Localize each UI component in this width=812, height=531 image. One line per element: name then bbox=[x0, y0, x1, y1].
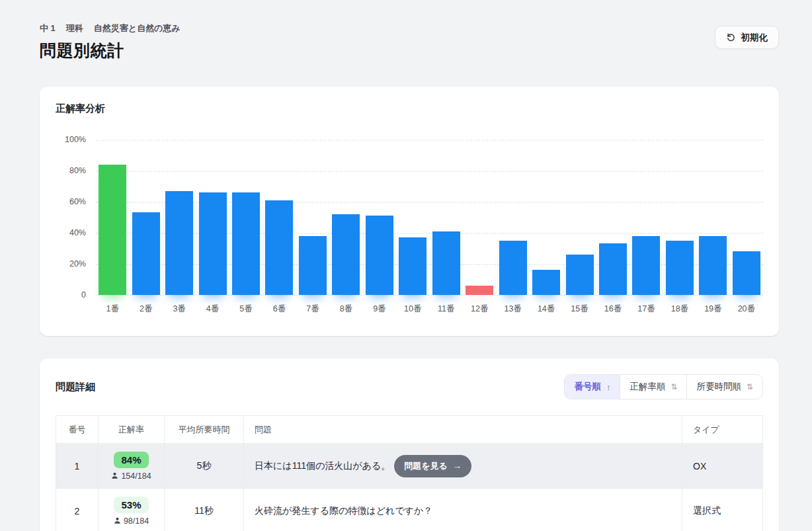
chart-x-axis: 1番2番3番4番5番6番7番8番9番10番11番12番13番14番15番16番1… bbox=[96, 304, 763, 315]
page-title: 問題別統計 bbox=[40, 40, 181, 61]
breadcrumb-item-2: 理科 bbox=[66, 22, 83, 34]
bar-slot-6番 bbox=[263, 140, 296, 295]
bar-slot-14番 bbox=[530, 140, 563, 295]
x-axis-label-4番: 4番 bbox=[196, 304, 229, 315]
bar-20番[interactable] bbox=[733, 251, 760, 295]
table-title: 問題詳細 bbox=[56, 381, 95, 393]
sort-button-1[interactable]: 番号順↑ bbox=[565, 375, 620, 399]
sort-button-3[interactable]: 所要時間順⇅ bbox=[686, 375, 762, 399]
x-axis-label-11番: 11番 bbox=[430, 304, 463, 315]
question-text: 火砕流が発生する際の特徴はどれですか？ bbox=[255, 505, 432, 517]
respondent-count: 154/184 bbox=[101, 471, 161, 481]
x-axis-label-8番: 8番 bbox=[329, 304, 362, 315]
chart-title: 正解率分析 bbox=[56, 102, 763, 115]
x-axis-label-1番: 1番 bbox=[96, 304, 129, 315]
bar-19番[interactable] bbox=[699, 236, 727, 295]
respondent-count-value: 154/184 bbox=[121, 471, 151, 481]
question-details-card: 問題詳細 番号順↑正解率順⇅所要時間順⇅ 番号正解率平均所要時間問題タイプ 18… bbox=[40, 358, 779, 531]
rate-badge: 53% bbox=[114, 497, 148, 513]
bar-5番[interactable] bbox=[232, 192, 260, 295]
cell-number: 1 bbox=[56, 444, 99, 489]
question-text: 日本には111個の活火山がある。 bbox=[255, 460, 390, 472]
bar-16番[interactable] bbox=[599, 243, 627, 295]
reset-button-label: 初期化 bbox=[741, 32, 768, 44]
sort-control: 番号順↑正解率順⇅所要時間順⇅ bbox=[564, 374, 763, 399]
x-axis-label-16番: 16番 bbox=[596, 304, 629, 315]
page-content: 中 1理科自然災害と自然の恵み 問題別統計 初期化 正解率分析 100%80%6… bbox=[40, 0, 779, 531]
bar-7番[interactable] bbox=[299, 236, 327, 295]
bar-slot-10番 bbox=[396, 140, 429, 295]
reset-button[interactable]: 初期化 bbox=[715, 26, 780, 49]
bar-11番[interactable] bbox=[432, 231, 460, 295]
bar-8番[interactable] bbox=[332, 214, 360, 295]
x-axis-label-18番: 18番 bbox=[663, 304, 696, 315]
sort-updown-icon: ⇅ bbox=[670, 382, 677, 391]
bar-13番[interactable] bbox=[499, 241, 527, 295]
view-question-button[interactable]: 問題を見る→ bbox=[394, 455, 471, 477]
x-axis-label-6番: 6番 bbox=[263, 304, 296, 315]
column-header-1: 番号 bbox=[56, 416, 99, 444]
cell-rate: 53%98/184 bbox=[99, 489, 165, 531]
question-table: 番号正解率平均所要時間問題タイプ 184%154/1845秒日本には111個の活… bbox=[56, 415, 763, 531]
bar-18番[interactable] bbox=[666, 241, 694, 295]
bar-slot-12番 bbox=[463, 140, 496, 295]
bar-10番[interactable] bbox=[399, 237, 426, 295]
column-header-2: 正解率 bbox=[99, 416, 165, 444]
table-row-1[interactable]: 184%154/1845秒日本には111個の活火山がある。問題を見る→OX bbox=[56, 444, 763, 489]
bar-slot-2番 bbox=[129, 140, 162, 295]
cell-number: 2 bbox=[56, 489, 99, 531]
bar-6番[interactable] bbox=[265, 200, 293, 295]
column-header-5: タイプ bbox=[682, 416, 763, 444]
sort-button-2[interactable]: 正解率順⇅ bbox=[620, 375, 686, 399]
y-tick-label: 60% bbox=[69, 197, 86, 206]
column-header-3: 平均所要時間 bbox=[165, 416, 244, 444]
bar-15番[interactable] bbox=[566, 255, 594, 295]
bar-slot-19番 bbox=[696, 140, 729, 295]
cell-question: 火砕流が発生する際の特徴はどれですか？ bbox=[244, 489, 682, 531]
bar-4番[interactable] bbox=[199, 192, 227, 295]
view-question-label: 問題を見る bbox=[404, 460, 448, 472]
x-axis-label-17番: 17番 bbox=[629, 304, 663, 315]
bar-14番[interactable] bbox=[532, 270, 560, 295]
gridline bbox=[96, 295, 763, 296]
sort-button-label: 番号順 bbox=[574, 381, 601, 393]
sort-updown-icon: ⇅ bbox=[747, 382, 753, 391]
bar-slot-13番 bbox=[496, 140, 529, 295]
bar-slot-18番 bbox=[663, 140, 696, 295]
x-axis-label-3番: 3番 bbox=[163, 304, 196, 315]
breadcrumb-item-1: 中 1 bbox=[40, 22, 56, 34]
cell-avg-time: 11秒 bbox=[165, 489, 244, 531]
cell-rate: 84%154/184 bbox=[99, 444, 165, 489]
bar-1番[interactable] bbox=[99, 165, 126, 295]
x-axis-label-7番: 7番 bbox=[296, 304, 329, 315]
x-axis-label-19番: 19番 bbox=[696, 304, 729, 315]
bar-2番[interactable] bbox=[132, 212, 160, 295]
person-icon bbox=[111, 472, 118, 479]
table-card-header: 問題詳細 番号順↑正解率順⇅所要時間順⇅ bbox=[56, 374, 763, 399]
breadcrumb: 中 1理科自然災害と自然の恵み bbox=[40, 22, 181, 34]
bar-3番[interactable] bbox=[165, 191, 193, 295]
bar-slot-16番 bbox=[596, 140, 629, 295]
bar-slot-15番 bbox=[563, 140, 596, 295]
bar-chart: 100%80%60%40%20%0 1番2番3番4番5番6番7番8番9番10番1… bbox=[56, 140, 763, 315]
table-row-2[interactable]: 253%98/18411秒火砕流が発生する際の特徴はどれですか？選択式 bbox=[56, 489, 763, 531]
bar-slot-8番 bbox=[329, 140, 362, 295]
respondent-count-value: 98/184 bbox=[124, 516, 149, 526]
bar-9番[interactable] bbox=[366, 216, 393, 295]
cell-avg-time: 5秒 bbox=[165, 444, 244, 489]
bar-slot-11番 bbox=[430, 140, 463, 295]
x-axis-label-12番: 12番 bbox=[463, 304, 496, 315]
y-tick-label: 0 bbox=[81, 290, 86, 300]
question-content: 火砕流が発生する際の特徴はどれですか？ bbox=[255, 505, 671, 517]
bar-slot-20番 bbox=[730, 140, 763, 295]
chart-plot bbox=[96, 140, 763, 295]
x-axis-label-13番: 13番 bbox=[496, 304, 529, 315]
bar-slot-17番 bbox=[629, 140, 663, 295]
bar-17番[interactable] bbox=[632, 236, 660, 295]
column-header-4: 問題 bbox=[244, 416, 682, 444]
bar-slot-3番 bbox=[163, 140, 196, 295]
x-axis-label-20番: 20番 bbox=[730, 304, 763, 315]
person-icon bbox=[114, 517, 121, 524]
bar-12番[interactable] bbox=[466, 286, 493, 295]
arrow-up-icon: ↑ bbox=[606, 382, 611, 392]
